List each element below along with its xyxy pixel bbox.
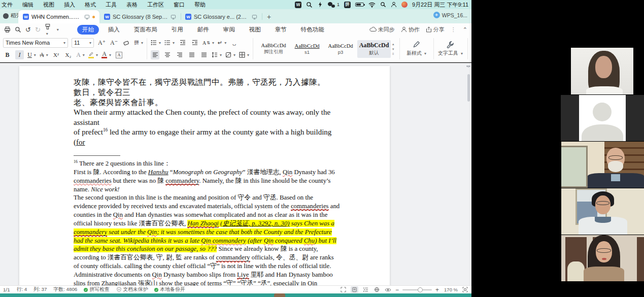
wechat-icon[interactable]: [328, 1, 335, 8]
zoom-slider[interactable]: [402, 289, 432, 290]
ribbon-tab-插入[interactable]: 插入: [103, 25, 125, 35]
participant-video-5[interactable]: [561, 235, 644, 281]
style-item[interactable]: AaBbCcDdp3: [324, 40, 357, 58]
menu-item[interactable]: 插入: [64, 1, 75, 9]
menu-item[interactable]: 格式: [85, 1, 96, 9]
borders-button[interactable]: ▾: [239, 50, 249, 59]
bullet-list-button[interactable]: ▾: [151, 38, 161, 47]
menu-item[interactable]: 窗口: [174, 1, 185, 9]
asian-layout-button[interactable]: A⇅▾: [202, 38, 214, 47]
text-tools-button[interactable]: 文字工具▾: [437, 41, 464, 57]
increase-indent-button[interactable]: [190, 38, 199, 47]
italic-button[interactable]: I: [15, 50, 24, 59]
align-center-button[interactable]: [163, 50, 172, 59]
input-method-icon[interactable]: 拼: [344, 2, 351, 8]
shading-button[interactable]: ▾: [225, 50, 235, 59]
new-style-button[interactable]: 新样式▾: [403, 41, 430, 57]
undo-button[interactable]: ↺: [25, 26, 31, 33]
zoom-level[interactable]: 170 %: [443, 287, 458, 292]
ribbon-tab-开始[interactable]: 开始: [77, 25, 99, 35]
style-item[interactable]: AaBbCcDds1: [290, 40, 324, 58]
text-effects-button[interactable]: A▾: [76, 50, 85, 59]
ruler-toggle-icon[interactable]: [466, 64, 471, 70]
document-page[interactable]: 攻陳，陳守令皆不在，獨守丞與戰譙門中。弗勝，守丞死，乃入據陳。數日，號令召三老、…: [19, 66, 390, 285]
redo-button[interactable]: ↻: [35, 26, 41, 33]
font-name-combo[interactable]: Times New Roma▾: [3, 38, 68, 48]
share-button[interactable]: 分享: [426, 26, 445, 34]
battery-icon[interactable]: [355, 1, 364, 8]
protection-status[interactable]: 文档未保护: [116, 286, 148, 293]
align-left-button[interactable]: [151, 50, 159, 59]
ribbon-tab-审阅[interactable]: 审阅: [218, 25, 240, 35]
user-account[interactable]: ✈ WPS_16...: [433, 12, 467, 18]
page-view-button[interactable]: [351, 286, 358, 293]
strikethrough-button[interactable]: A▾: [40, 50, 48, 59]
menu-item[interactable]: 工具: [106, 1, 117, 9]
increase-font-button[interactable]: A⁺: [97, 38, 106, 47]
eye-protection-button[interactable]: [384, 286, 392, 293]
participant-video-1[interactable]: [571, 48, 633, 94]
user-switch-icon[interactable]: [391, 1, 397, 8]
spotlight-icon[interactable]: [380, 1, 386, 8]
numbered-list-button[interactable]: ▾: [164, 38, 175, 47]
subscript-button[interactable]: X₂: [64, 50, 73, 59]
style-gallery-scroll[interactable]: ▴▾≡: [391, 42, 396, 55]
align-right-button[interactable]: [175, 50, 184, 59]
new-tab-button[interactable]: +: [262, 10, 276, 23]
participant-video-4[interactable]: [561, 188, 644, 235]
ribbon-tab-章节[interactable]: 章节: [270, 25, 292, 35]
lightning-icon[interactable]: [317, 1, 323, 8]
customize-toolbar-button[interactable]: ▾: [57, 27, 59, 32]
wps-app-icon[interactable]: W: [295, 2, 301, 8]
vertical-scrollbar[interactable]: [466, 63, 471, 285]
document-tab[interactable]: WWHN Commen...nDa Groups: [18, 10, 99, 23]
character-border-button[interactable]: A: [115, 50, 123, 59]
sync-status-button[interactable]: 未同步: [369, 26, 395, 34]
print-preview-button[interactable]: [15, 26, 21, 33]
ribbon-tab-引用[interactable]: 引用: [166, 25, 188, 35]
ribbon-tab-邮件[interactable]: 邮件: [192, 25, 214, 35]
style-item[interactable]: AaBbCcDd默认: [357, 40, 391, 58]
backup-status[interactable]: ✓ 本地备份开: [154, 286, 185, 293]
print-button[interactable]: [4, 26, 11, 33]
bold-button[interactable]: B: [3, 50, 12, 59]
outline-view-button[interactable]: [362, 286, 369, 293]
show-marks-button[interactable]: ⍽: [230, 38, 239, 47]
menu-item[interactable]: 视图: [43, 1, 54, 9]
zoom-in-button[interactable]: +: [435, 287, 439, 293]
font-color-button[interactable]: A▾: [101, 50, 111, 59]
siri-icon[interactable]: [401, 2, 408, 8]
wifi-icon[interactable]: [368, 1, 376, 8]
more-options-button[interactable]: ⋮: [451, 26, 457, 33]
line-spacing-button[interactable]: ▾: [212, 50, 222, 59]
distribute-button[interactable]: [199, 50, 208, 59]
zoom-tool-icon[interactable]: [306, 1, 313, 8]
font-size-combo[interactable]: 11▾: [72, 38, 94, 48]
participant-video-3[interactable]: [561, 142, 644, 188]
zoom-slider-knob[interactable]: [418, 287, 423, 292]
participant-video-2-camera-off[interactable]: [561, 95, 644, 141]
web-view-button[interactable]: [373, 286, 381, 293]
scrollbar-thumb[interactable]: [467, 74, 470, 102]
fit-page-button[interactable]: [461, 286, 469, 293]
style-item[interactable]: AaBbCcDd脚注引用: [257, 40, 290, 58]
zoom-out-button[interactable]: −: [395, 287, 399, 293]
format-painter-button[interactable]: ▾: [45, 23, 51, 36]
highlight-color-button[interactable]: ▾: [88, 50, 98, 59]
pinyin-guide-button[interactable]: 拼▾: [134, 38, 143, 47]
wrap-mark-button[interactable]: ↵▾: [218, 38, 226, 47]
document-tab[interactable]: WSC Glossary e... (29 June 19): [181, 10, 262, 23]
underline-button[interactable]: U▾: [27, 50, 36, 59]
menu-item[interactable]: 文件: [2, 1, 13, 9]
superscript-button[interactable]: X²: [52, 50, 60, 59]
ribbon-tab-页面布局[interactable]: 页面布局: [129, 25, 162, 35]
ribbon-tab-视图[interactable]: 视图: [244, 25, 266, 35]
word-count[interactable]: 字数: 4806: [53, 286, 77, 293]
ribbon-tab-特色功能[interactable]: 特色功能: [296, 25, 329, 35]
menu-item[interactable]: 编辑: [22, 1, 33, 9]
collapse-ribbon-button[interactable]: ⌃: [463, 26, 467, 33]
menu-item[interactable]: 工作区: [147, 1, 164, 9]
menu-item[interactable]: 表格: [126, 1, 138, 9]
menu-item[interactable]: 帮助: [194, 1, 206, 9]
clear-format-button[interactable]: [122, 38, 130, 47]
